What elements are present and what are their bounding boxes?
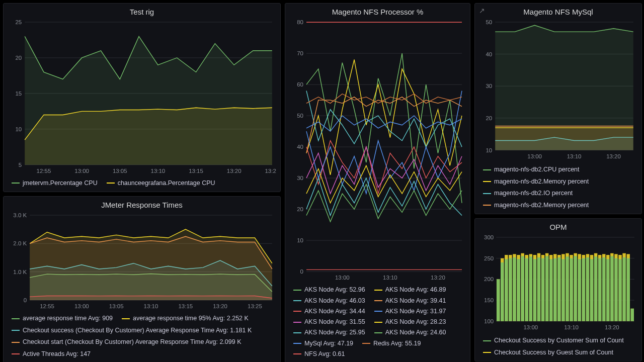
svg-text:5: 5 (19, 162, 22, 168)
chart-opm: 10015020025030013:0013:1013:20 (479, 234, 637, 332)
legend-item[interactable]: Checkout success (Checkout By Customer) … (12, 325, 252, 336)
legend-item[interactable]: average response time Avg: 909 (12, 313, 113, 324)
svg-rect-107 (549, 259, 552, 321)
svg-text:3.0 K: 3.0 K (13, 212, 27, 218)
panel-magento-nfs-mysql[interactable]: ↗ Magento NFS MySql 102030405013:0013:10… (474, 3, 642, 214)
panel-jmeter-response-times[interactable]: JMeter Response Times 01.0 K2.0 K3.0 K12… (3, 196, 281, 362)
svg-rect-89 (513, 257, 516, 321)
svg-text:13:15: 13:15 (178, 303, 193, 309)
legend-item[interactable]: MySql Avg: 47.19 (293, 338, 353, 349)
svg-text:12:55: 12:55 (40, 303, 54, 309)
svg-text:13:00: 13:00 (74, 168, 89, 174)
legend-item[interactable]: Checkout start (Checkout By Customer) Av… (12, 337, 241, 347)
svg-rect-99 (533, 259, 536, 321)
svg-text:20: 20 (297, 206, 303, 212)
svg-rect-127 (590, 259, 593, 321)
legend-item[interactable]: AKS Node Avg: 46.89 (374, 285, 446, 295)
legend-item[interactable]: average response time 95% Avg: 2.252 K (122, 313, 249, 324)
svg-text:13:25: 13:25 (248, 303, 262, 309)
legend-item[interactable]: AKS Node Avg: 46.03 (293, 296, 365, 306)
legend: Checkout Success by Customer Sum of Coun… (479, 332, 637, 358)
svg-text:70: 70 (297, 50, 303, 56)
svg-text:13:20: 13:20 (227, 168, 242, 174)
svg-rect-123 (582, 258, 585, 321)
external-link-icon[interactable]: ↗ (479, 7, 485, 15)
svg-rect-131 (598, 258, 601, 321)
legend-item[interactable]: AKS Node Avg: 28.23 (374, 317, 446, 327)
legend-item[interactable]: AKS Node Avg: 39.41 (374, 296, 446, 306)
svg-rect-119 (574, 256, 577, 321)
svg-rect-81 (497, 279, 500, 321)
legend-item[interactable]: magento-nfs-db2.Memory percent (483, 176, 589, 187)
svg-rect-137 (610, 256, 613, 321)
legend-item[interactable]: AKS Node Avg: 31.97 (374, 306, 446, 317)
svg-text:50: 50 (486, 19, 492, 25)
svg-text:100: 100 (484, 318, 494, 324)
dashboard: Test rig 51015202512:5513:0013:0513:1013… (0, 0, 644, 362)
svg-rect-125 (586, 257, 589, 321)
legend-item[interactable]: AKS Node Avg: 34.44 (293, 306, 365, 317)
legend-item[interactable]: magento-nfs-db2.Memory percent (483, 200, 589, 211)
chart-test-rig: 51015202512:5513:0013:0513:1013:1513:201… (8, 19, 276, 176)
legend-item[interactable]: Active Threads Avg: 147 (12, 349, 91, 359)
legend-item[interactable]: AKS Node Avg: 24.60 (374, 327, 446, 338)
svg-text:30: 30 (486, 83, 492, 89)
svg-rect-83 (501, 262, 504, 321)
svg-text:30: 30 (297, 175, 303, 181)
svg-rect-117 (570, 258, 573, 321)
svg-text:20: 20 (486, 115, 492, 121)
svg-text:13:00: 13:00 (523, 324, 538, 330)
legend-item[interactable]: jmetervm.Percentage CPU (12, 178, 98, 189)
legend-item[interactable]: NFS Avg: 0.61 (293, 349, 345, 359)
legend-item[interactable]: magento-nfs-db2.IO percent (483, 188, 573, 199)
svg-text:10: 10 (297, 237, 303, 243)
svg-text:13:00: 13:00 (335, 275, 350, 281)
svg-text:13:20: 13:20 (606, 153, 621, 159)
svg-text:40: 40 (486, 51, 492, 57)
svg-text:150: 150 (484, 297, 494, 303)
svg-rect-143 (622, 257, 625, 321)
svg-text:50: 50 (297, 113, 303, 119)
svg-text:13:10: 13:10 (144, 303, 158, 309)
svg-text:200: 200 (484, 276, 494, 282)
svg-text:13:05: 13:05 (113, 168, 127, 174)
svg-rect-147 (631, 309, 634, 321)
svg-rect-87 (509, 258, 512, 321)
panel-opm[interactable]: OPM 10015020025030013:0013:1013:20 Check… (474, 218, 642, 361)
svg-rect-113 (561, 259, 565, 321)
panel-magento-nfs-processor[interactable]: Magento NFS Processor % 0102030405060708… (285, 3, 470, 362)
legend-item[interactable]: Checkout Success by Customer Sum of Coun… (483, 335, 624, 346)
panel-test-rig[interactable]: Test rig 51015202512:5513:0013:0513:1013… (3, 3, 281, 192)
svg-text:0: 0 (300, 268, 303, 275)
svg-rect-133 (602, 257, 605, 321)
legend-item[interactable]: AKS Node Avg: 25.95 (293, 327, 365, 338)
legend-item[interactable]: AKS Node Avg: 31.55 (293, 317, 365, 327)
svg-rect-139 (614, 258, 617, 321)
svg-text:25: 25 (15, 19, 22, 25)
svg-rect-111 (557, 257, 560, 321)
chart-mysql: 102030405013:0013:1013:20 (479, 19, 637, 161)
svg-rect-105 (545, 256, 548, 321)
svg-text:60: 60 (297, 81, 303, 87)
svg-text:13:10: 13:10 (564, 324, 579, 330)
svg-text:13:20: 13:20 (431, 275, 445, 281)
legend: AKS Node Avg: 52.96AKS Node Avg: 46.89AK… (289, 283, 466, 359)
legend-item[interactable]: magento-nfs-db2.CPU percent (483, 164, 580, 175)
chart-processor: 0102030405060708013:0013:1013:20 (289, 19, 466, 283)
svg-text:80: 80 (297, 19, 303, 25)
svg-text:13:05: 13:05 (109, 303, 124, 309)
svg-text:2.0 K: 2.0 K (13, 240, 27, 246)
svg-rect-93 (521, 256, 524, 321)
legend-item[interactable]: Checkout Success by Guest Sum of Count (483, 347, 613, 358)
legend-item[interactable]: AKS Node Avg: 52.96 (293, 285, 365, 295)
legend-item[interactable]: Redis Avg: 55.19 (362, 338, 421, 349)
svg-text:10: 10 (486, 147, 492, 153)
svg-rect-109 (553, 258, 556, 321)
svg-rect-91 (517, 259, 520, 321)
panel-title: Test rig (4, 4, 280, 19)
svg-rect-135 (606, 259, 609, 321)
legend-item[interactable]: chaunceegrafana.Percentage CPU (107, 178, 215, 189)
svg-rect-129 (594, 256, 597, 321)
svg-text:10: 10 (15, 126, 22, 132)
svg-text:13:00: 13:00 (527, 153, 542, 159)
